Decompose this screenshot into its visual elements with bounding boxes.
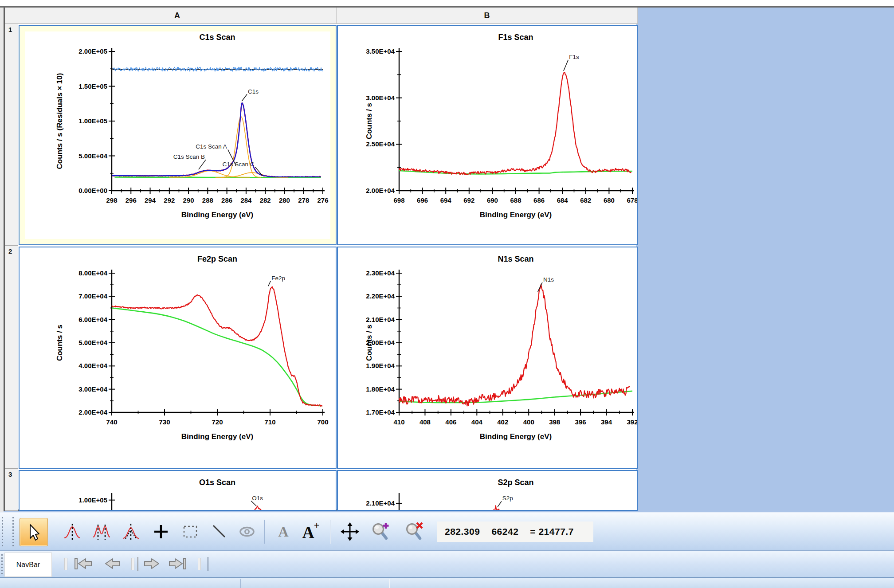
zoom-reset-button[interactable] bbox=[400, 518, 427, 545]
svg-text:278: 278 bbox=[298, 196, 309, 204]
column-header-a[interactable]: A bbox=[18, 8, 337, 24]
quantify-regions-button[interactable] bbox=[88, 518, 115, 545]
toolbar-separator-2 bbox=[330, 520, 330, 544]
svg-text:694: 694 bbox=[440, 196, 452, 204]
navbar-divider bbox=[137, 557, 138, 571]
go-first-icon bbox=[74, 557, 93, 570]
cursor-readout: 282.309 66242 = 21477.7 bbox=[437, 521, 593, 542]
quantify-regions-icon bbox=[92, 522, 111, 541]
svg-text:5.00E+04: 5.00E+04 bbox=[78, 339, 107, 346]
app-window: A B 1 2 3 C1s ScanBinding Energy (eV)Cou… bbox=[0, 0, 894, 588]
go-next-button[interactable] bbox=[142, 557, 162, 571]
tile-s2p-scan[interactable]: S2p ScanBinding Energy (eV)Counts / s158… bbox=[337, 470, 638, 511]
readout-result: = 21477.7 bbox=[530, 526, 574, 537]
svg-text:2.50E+04: 2.50E+04 bbox=[366, 140, 395, 148]
select-cursor-button[interactable] bbox=[20, 518, 48, 546]
fe2p-scan-plot: Fe2p ScanBinding Energy (eV)Counts / s70… bbox=[20, 247, 336, 468]
toolbar-drag-handle[interactable] bbox=[2, 516, 3, 546]
quantify-components-button[interactable] bbox=[117, 518, 145, 545]
svg-text:Counts / s (Residuals × 10): Counts / s (Residuals × 10) bbox=[55, 73, 64, 169]
svg-text:1.70E+04: 1.70E+04 bbox=[366, 408, 395, 416]
svg-text:276: 276 bbox=[317, 196, 328, 204]
svg-text:S2p Scan: S2p Scan bbox=[498, 478, 533, 487]
svg-text:296: 296 bbox=[125, 196, 137, 204]
tile-n1s-scan[interactable]: N1s ScanBinding Energy (eV)Counts / s392… bbox=[337, 247, 638, 469]
svg-text:2.00E+04: 2.00E+04 bbox=[366, 187, 395, 194]
row-header-2[interactable]: 2 bbox=[5, 246, 18, 469]
svg-text:N1s Scan: N1s Scan bbox=[498, 255, 533, 263]
svg-text:2.10E+04: 2.10E+04 bbox=[366, 499, 395, 507]
svg-text:3.50E+04: 3.50E+04 bbox=[366, 47, 395, 55]
svg-text:292: 292 bbox=[164, 196, 175, 204]
text-annotation-add-icon: A+ bbox=[300, 522, 320, 541]
go-last-button[interactable] bbox=[168, 557, 188, 571]
svg-text:5.00E+04: 5.00E+04 bbox=[78, 152, 107, 160]
tile-c1s-scan[interactable]: C1s ScanBinding Energy (eV)Counts / s (R… bbox=[19, 25, 337, 245]
svg-text:690: 690 bbox=[487, 196, 498, 204]
quantify-components-icon bbox=[121, 522, 141, 541]
processing-toolbar: AA+ 282.309 66242 = 21477.7 bbox=[0, 512, 894, 551]
column-header-b[interactable]: B bbox=[337, 8, 638, 24]
svg-text:710: 710 bbox=[264, 418, 275, 426]
svg-text:2.10E+04: 2.10E+04 bbox=[366, 316, 395, 323]
svg-text:3.00E+04: 3.00E+04 bbox=[78, 385, 107, 393]
go-next-icon bbox=[142, 557, 161, 570]
grid-corner-cell[interactable] bbox=[5, 8, 18, 24]
tile-fe2p-scan[interactable]: Fe2p ScanBinding Energy (eV)Counts / s70… bbox=[19, 247, 337, 469]
svg-text:1.80E+04: 1.80E+04 bbox=[366, 385, 395, 393]
navbar-drag-handle[interactable] bbox=[1, 553, 3, 575]
svg-text:404: 404 bbox=[471, 418, 483, 426]
svg-text:408: 408 bbox=[420, 418, 431, 426]
quantify-region-button[interactable] bbox=[59, 518, 86, 545]
left-margin bbox=[0, 8, 4, 512]
navbar-divider-2 bbox=[208, 557, 208, 571]
svg-text:S2p: S2p bbox=[502, 495, 513, 502]
svg-text:1.50E+05: 1.50E+05 bbox=[78, 82, 107, 90]
svg-text:394: 394 bbox=[601, 418, 612, 426]
line-tool-button[interactable] bbox=[205, 518, 232, 545]
text-annotation-add-button[interactable]: A+ bbox=[296, 518, 324, 545]
navbar-label: NavBar bbox=[16, 561, 40, 569]
view-eye-icon bbox=[237, 522, 257, 541]
go-previous-button[interactable] bbox=[103, 557, 123, 571]
top-strip bbox=[0, 0, 894, 6]
svg-text:Binding Energy (eV): Binding Energy (eV) bbox=[181, 432, 253, 441]
svg-text:294: 294 bbox=[145, 196, 156, 204]
svg-text:Counts / s: Counts / s bbox=[365, 103, 373, 139]
c1s-scan-plot: C1s ScanBinding Energy (eV)Counts / s (R… bbox=[20, 26, 336, 244]
row-header-1[interactable]: 1 bbox=[5, 24, 18, 246]
status-separator-2 bbox=[389, 579, 389, 588]
svg-text:678: 678 bbox=[627, 196, 637, 204]
svg-text:1.00E+05: 1.00E+05 bbox=[78, 117, 107, 125]
svg-text:Fe2p: Fe2p bbox=[271, 275, 285, 282]
go-first-button[interactable] bbox=[74, 557, 94, 571]
tile-o1s-scan[interactable]: O1s ScanBinding Energy (eV)Counts / s526… bbox=[19, 470, 337, 511]
svg-text:410: 410 bbox=[393, 418, 404, 426]
svg-text:Binding Energy (eV): Binding Energy (eV) bbox=[480, 432, 552, 441]
row-header-3[interactable]: 3 bbox=[5, 469, 18, 511]
svg-text:2.00E+04: 2.00E+04 bbox=[78, 408, 107, 416]
view-eye-button[interactable] bbox=[233, 518, 261, 545]
zoom-reset-icon bbox=[404, 522, 423, 541]
quantify-region-icon bbox=[63, 522, 82, 541]
navbar-row: NavBar bbox=[0, 551, 894, 578]
tile-f1s-scan[interactable]: F1s ScanBinding Energy (eV)Counts / s678… bbox=[337, 25, 638, 245]
svg-text:0.00E+00: 0.00E+00 bbox=[78, 187, 107, 194]
svg-text:700: 700 bbox=[317, 418, 328, 426]
marquee-select-button[interactable] bbox=[176, 518, 204, 545]
svg-text:O1s Scan: O1s Scan bbox=[199, 478, 235, 487]
toolbar-drag-handle2[interactable] bbox=[12, 516, 14, 546]
svg-text:284: 284 bbox=[240, 196, 252, 204]
svg-text:F1s Scan: F1s Scan bbox=[498, 33, 533, 42]
svg-text:740: 740 bbox=[106, 418, 117, 426]
readout-counts: 66242 bbox=[491, 526, 518, 537]
zoom-in-button[interactable] bbox=[366, 518, 394, 545]
svg-text:2.00E+05: 2.00E+05 bbox=[78, 47, 107, 55]
text-annotation-button[interactable]: A bbox=[270, 518, 297, 545]
navbar-bar-3 bbox=[198, 558, 201, 570]
svg-text:A: A bbox=[302, 523, 314, 541]
pan-move-button[interactable] bbox=[336, 518, 364, 545]
crosshair-button[interactable] bbox=[147, 518, 175, 545]
svg-text:7.00E+04: 7.00E+04 bbox=[78, 292, 107, 300]
go-previous-icon bbox=[103, 557, 122, 570]
